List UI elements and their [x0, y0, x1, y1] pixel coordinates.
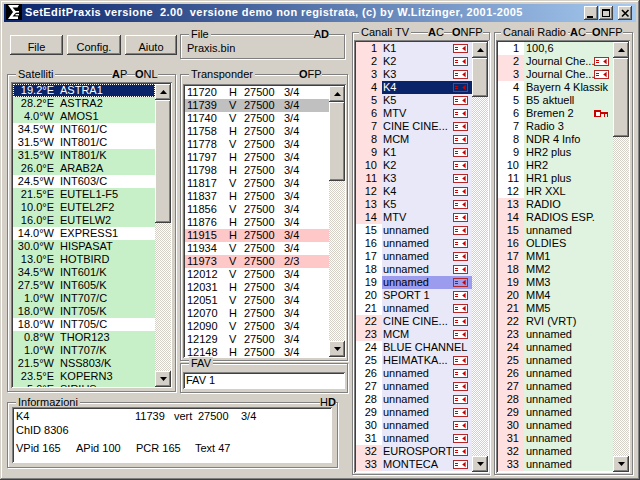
radio-channel-item[interactable]: 26unnamed: [498, 367, 613, 380]
tv-channel-item[interactable]: 23MCM: [356, 328, 472, 341]
transponder-item[interactable]: 11758H275003/4: [185, 125, 329, 138]
tv-scroll-up-button[interactable]: [472, 42, 488, 58]
satellite-item[interactable]: 1.0°WINT707/K: [13, 344, 155, 357]
app-icon[interactable]: [6, 4, 22, 20]
radio-channel-item[interactable]: 28unnamed: [498, 393, 613, 406]
tv-channel-item[interactable]: 32EUROSPORT: [356, 445, 472, 458]
radio-channel-item[interactable]: 18MM2: [498, 263, 613, 276]
radio-channel-item[interactable]: 25unnamed: [498, 354, 613, 367]
tv-channel-item[interactable]: 15unnamed: [356, 224, 472, 237]
transponder-item[interactable]: 12148H275003/4: [185, 346, 329, 356]
satellite-item[interactable]: 34.5°WINT601/K: [13, 266, 155, 279]
tv-scroll-down-button[interactable]: [472, 456, 488, 472]
tv-channel-item[interactable]: 21unnamed: [356, 302, 472, 315]
satellites-scrollbar[interactable]: [155, 84, 171, 387]
radio-channel-item[interactable]: 6Bremen 2: [498, 107, 613, 120]
tv-channel-item[interactable]: 3K3: [356, 68, 472, 81]
radio-channel-item[interactable]: 9HR2 plus: [498, 146, 613, 159]
radio-channel-item[interactable]: 27unnamed: [498, 380, 613, 393]
tv-channel-item[interactable]: 29unnamed: [356, 406, 472, 419]
tv-scrollbar[interactable]: [472, 42, 488, 472]
satellites-scroll-down-button[interactable]: [155, 371, 171, 387]
tv-channel-item[interactable]: 5K5: [356, 94, 472, 107]
tv-channel-item[interactable]: 11K3: [356, 172, 472, 185]
file-button[interactable]: File: [10, 35, 63, 55]
tv-channel-item[interactable]: 20SPORT 1: [356, 289, 472, 302]
transponder-item[interactable]: 11856V275003/4: [185, 203, 329, 216]
transponders-scroll-down-button[interactable]: [329, 341, 345, 357]
radio-channel-item[interactable]: 31unnamed: [498, 432, 613, 445]
radio-channel-item[interactable]: 29unnamed: [498, 406, 613, 419]
transponder-item[interactable]: 11798H275003/4: [185, 164, 329, 177]
radio-scroll-up-button[interactable]: [613, 42, 629, 58]
satellite-item[interactable]: 31.5°WINT801/C: [13, 136, 155, 149]
maximize-button[interactable]: [599, 6, 613, 20]
radio-channel-item[interactable]: 17MM1: [498, 250, 613, 263]
radio-channel-item[interactable]: 19MM3: [498, 276, 613, 289]
radio-channel-item[interactable]: 16OLDIES: [498, 237, 613, 250]
satellite-item[interactable]: 31.5°WINT801/K: [13, 149, 155, 162]
transponder-item[interactable]: 12031H275003/4: [185, 281, 329, 294]
satellite-item[interactable]: 28.2°EASTRA2: [13, 97, 155, 110]
satellite-item[interactable]: 23.5°EKOPERN3: [13, 370, 155, 383]
satellite-item[interactable]: 21.5°WNSS803/K: [13, 357, 155, 370]
tv-channel-item[interactable]: 33MONTECA: [356, 458, 472, 471]
satellite-item[interactable]: 27.5°WINT605/K: [13, 279, 155, 292]
tv-channel-item[interactable]: 13K5: [356, 198, 472, 211]
tv-channel-item[interactable]: 8MCM: [356, 133, 472, 146]
radio-channel-item[interactable]: 12HR XXL: [498, 185, 613, 198]
radio-channel-item[interactable]: 15unnamed: [498, 224, 613, 237]
radio-channel-item[interactable]: 7Radio 3: [498, 120, 613, 133]
transponders-scrollbar-thumb[interactable]: [329, 102, 345, 181]
radio-channel-item[interactable]: 10HR2: [498, 159, 613, 172]
satellite-item[interactable]: 18.0°WINT705/K: [13, 305, 155, 318]
transponder-item[interactable]: 11915H275003/4: [185, 229, 329, 242]
radio-channel-item[interactable]: 4Bayern 4 Klassik: [498, 81, 613, 94]
radio-channel-item[interactable]: 14RADIOS ESP.: [498, 211, 613, 224]
transponder-item[interactable]: 11740V275003/4: [185, 112, 329, 125]
tv-channel-item[interactable]: 6MTV: [356, 107, 472, 120]
help-button[interactable]: Aiuto: [125, 35, 177, 55]
satellite-item[interactable]: 0.8°WTHOR123: [13, 331, 155, 344]
transponder-item[interactable]: 11837H275003/4: [185, 190, 329, 203]
tv-channel-item[interactable]: 1K1: [356, 42, 472, 55]
satellite-item[interactable]: 16.0°EEUTELW2: [13, 214, 155, 227]
radio-channel-item[interactable]: 3Journal Che...: [498, 68, 613, 81]
radio-channel-item[interactable]: 11HR1 plus: [498, 172, 613, 185]
transponder-item[interactable]: 11739V275003/4: [185, 99, 329, 112]
transponder-item[interactable]: 12012V275003/4: [185, 268, 329, 281]
close-button[interactable]: [618, 6, 632, 20]
tv-channel-item[interactable]: 17unnamed: [356, 250, 472, 263]
satellite-item[interactable]: 5.0°ESIRIUS: [13, 383, 155, 387]
radio-channel-item[interactable]: 23unnamed: [498, 328, 613, 341]
satellite-item[interactable]: 21.5°EEUTEL1-F5: [13, 188, 155, 201]
tv-channel-item[interactable]: 18unnamed: [356, 263, 472, 276]
radio-channel-item[interactable]: 8NDR 4 Info: [498, 133, 613, 146]
tv-channel-item[interactable]: 7CINE CINE...: [356, 120, 472, 133]
tv-channel-item[interactable]: 22CINE CINE...: [356, 315, 472, 328]
transponder-item[interactable]: 12070H275003/4: [185, 307, 329, 320]
transponder-item[interactable]: 11973V275002/3: [185, 255, 329, 268]
transponder-item[interactable]: 11876H275003/4: [185, 216, 329, 229]
radio-channel-item[interactable]: 2Journal Che...: [498, 55, 613, 68]
transponder-item[interactable]: 11720H275003/4: [185, 86, 329, 99]
radio-scrollbar-thumb[interactable]: [613, 58, 629, 137]
transponder-item[interactable]: 11934V275003/4: [185, 242, 329, 255]
transponder-item[interactable]: 11778V275003/4: [185, 138, 329, 151]
tv-channel-item[interactable]: 26unnamed: [356, 367, 472, 380]
satellite-item[interactable]: 26.0°EARAB2A: [13, 162, 155, 175]
radio-channel-item[interactable]: 32unnamed: [498, 445, 613, 458]
transponder-item[interactable]: 11797H275003/4: [185, 151, 329, 164]
radio-channel-item[interactable]: 33unnamed: [498, 458, 613, 471]
satellites-scroll-up-button[interactable]: [155, 84, 171, 100]
transponder-item[interactable]: 11817V275003/4: [185, 177, 329, 190]
radio-channel-item[interactable]: 1100,6: [498, 42, 613, 55]
radio-scrollbar[interactable]: [613, 42, 629, 472]
satellite-item[interactable]: 30.0°WHISPASAT: [13, 240, 155, 253]
satellite-item[interactable]: 19.2°EASTRA1: [13, 84, 155, 97]
tv-channel-item[interactable]: 4K4: [356, 81, 472, 94]
satellite-item[interactable]: 4.0°WAMOS1: [13, 110, 155, 123]
satellite-item[interactable]: 14.0°WEXPRESS1: [13, 227, 155, 240]
minimize-button[interactable]: [584, 6, 598, 20]
radio-channel-item[interactable]: 21MM5: [498, 302, 613, 315]
